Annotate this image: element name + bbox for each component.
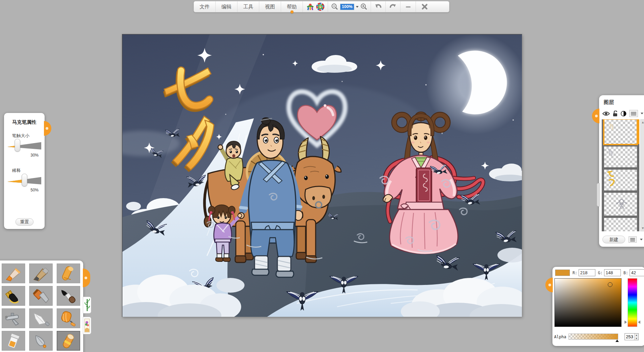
- bamboo-stamp-tab[interactable]: [83, 297, 91, 313]
- menu-edit[interactable]: 编辑: [216, 1, 237, 12]
- layer-list-mode-button[interactable]: [629, 110, 638, 117]
- app-logo-icon[interactable]: [306, 2, 315, 11]
- hue-marker-right[interactable]: [638, 320, 640, 324]
- alpha-spin-up-icon[interactable]: ▲: [635, 334, 638, 337]
- tool-fountain-pen[interactable]: [2, 286, 25, 306]
- tool-grid: [2, 263, 80, 351]
- r-input[interactable]: [579, 269, 595, 276]
- zoom-out-icon[interactable]: [331, 3, 338, 10]
- zoom-level-input[interactable]: 100%: [340, 4, 354, 10]
- tool-flat-brush[interactable]: [29, 286, 53, 306]
- tool-ink-brush[interactable]: [57, 286, 80, 306]
- menu-view[interactable]: 视图: [259, 1, 281, 12]
- layer-row[interactable]: [604, 218, 637, 231]
- tool-palette-handle[interactable]: [83, 269, 90, 287]
- spatula-icon: [31, 333, 51, 349]
- layer-row[interactable]: [604, 170, 637, 190]
- menu-tools[interactable]: 工具: [237, 1, 259, 12]
- brush-size-slider-thumb[interactable]: [15, 139, 20, 152]
- marker-panel-handle[interactable]: [44, 121, 51, 136]
- layer-list-scrollbar[interactable]: ▲ ▼: [640, 119, 644, 231]
- main-toolbar: 文件 编辑 工具 视图 帮助 100%: [194, 1, 449, 12]
- sv-cursor[interactable]: [608, 282, 612, 287]
- ink-brush-icon: [59, 288, 78, 304]
- pastel-icon: [59, 266, 78, 282]
- hue-slider[interactable]: [628, 278, 637, 327]
- scroll-up-icon[interactable]: ▲: [641, 120, 644, 125]
- tool-pencil[interactable]: [29, 263, 53, 283]
- unlock-icon[interactable]: [612, 111, 618, 117]
- layer-list: [602, 119, 639, 231]
- zoom-controls: 100%: [328, 1, 371, 12]
- brush-size-label: 笔触大小: [12, 133, 41, 139]
- reset-button[interactable]: 重置: [15, 218, 34, 226]
- dilution-value: 50%: [7, 188, 39, 192]
- color-wheel-icon[interactable]: [316, 2, 325, 11]
- close-icon: [421, 3, 428, 10]
- drawing-canvas[interactable]: [122, 34, 522, 317]
- layer-thumbnail: [604, 193, 637, 216]
- minimize-icon: [405, 3, 412, 10]
- zoom-in-icon[interactable]: [360, 3, 368, 10]
- toolbar-handle-dot[interactable]: [290, 10, 293, 13]
- scroll-down-icon[interactable]: ▼: [641, 226, 644, 231]
- minimize-button[interactable]: [400, 1, 416, 12]
- b-label: B:: [624, 271, 628, 275]
- dilution-slider-block: 稀释 50%: [7, 168, 41, 192]
- tool-spatula[interactable]: [29, 331, 53, 351]
- alpha-marker[interactable]: [615, 340, 619, 342]
- redo-button[interactable]: [386, 1, 400, 12]
- alpha-label: Alpha: [554, 335, 566, 339]
- brush-size-slider[interactable]: [7, 141, 41, 150]
- layer-row[interactable]: [604, 193, 637, 216]
- zoom-dropdown-caret[interactable]: [356, 6, 359, 8]
- tool-pastel[interactable]: [57, 263, 80, 283]
- paint-jar-icon: [4, 333, 23, 349]
- tool-paint-roller[interactable]: [57, 308, 80, 328]
- layer-thumbnail: [604, 170, 637, 190]
- layer-menu-button[interactable]: [629, 236, 637, 243]
- current-color-swatch[interactable]: [555, 270, 570, 276]
- g-input[interactable]: [604, 269, 621, 276]
- palette-knife-icon: [31, 310, 51, 327]
- alpha-slider[interactable]: [569, 334, 618, 340]
- new-layer-button[interactable]: 新建: [602, 236, 625, 243]
- menu-file[interactable]: 文件: [194, 1, 216, 12]
- layers-panel-handle[interactable]: [592, 109, 599, 123]
- dilution-slider-thumb[interactable]: [21, 174, 27, 186]
- color-panel-handle[interactable]: [545, 278, 553, 292]
- layers-side-tab[interactable]: [597, 183, 600, 207]
- tool-colored-pencil[interactable]: [2, 263, 25, 283]
- undo-icon: [374, 3, 382, 10]
- eye-icon[interactable]: [602, 111, 610, 116]
- g-label: G:: [598, 271, 603, 275]
- bamboo-icon: [85, 298, 90, 312]
- tool-paint-jar[interactable]: [2, 331, 25, 351]
- alpha-value[interactable]: 253: [625, 334, 634, 340]
- b-input[interactable]: [630, 269, 644, 276]
- tool-palette-knife[interactable]: [29, 308, 53, 328]
- layer-thumbnail: [604, 146, 637, 167]
- layer-row[interactable]: [604, 119, 637, 144]
- redo-icon: [389, 3, 397, 10]
- r-label: R:: [573, 271, 577, 275]
- alpha-spin-down-icon[interactable]: ▼: [635, 337, 638, 340]
- layer-row[interactable]: [604, 146, 637, 167]
- saturation-value-picker[interactable]: [554, 278, 622, 327]
- marker-properties-panel: 马克笔属性 笔触大小 30% 稀释 50% 重置: [4, 113, 45, 229]
- picture-stamp-tab[interactable]: [83, 317, 91, 334]
- layers-panel-title: 图层: [604, 99, 644, 106]
- tool-marker[interactable]: [57, 331, 80, 351]
- hue-marker-left[interactable]: [625, 320, 627, 324]
- layers-toolbar: [602, 110, 643, 117]
- dilution-label: 稀释: [12, 168, 41, 174]
- layer-options-caret[interactable]: [641, 113, 643, 114]
- alpha-spinner[interactable]: ▲ ▼: [634, 334, 638, 340]
- flat-brush-icon: [31, 288, 51, 304]
- undo-button[interactable]: [371, 1, 386, 12]
- close-button[interactable]: [416, 1, 433, 12]
- contrast-icon[interactable]: [621, 111, 627, 117]
- tool-airbrush[interactable]: [2, 308, 25, 328]
- layer-menu-caret[interactable]: [640, 239, 643, 240]
- layers-panel: 图层: [599, 95, 644, 247]
